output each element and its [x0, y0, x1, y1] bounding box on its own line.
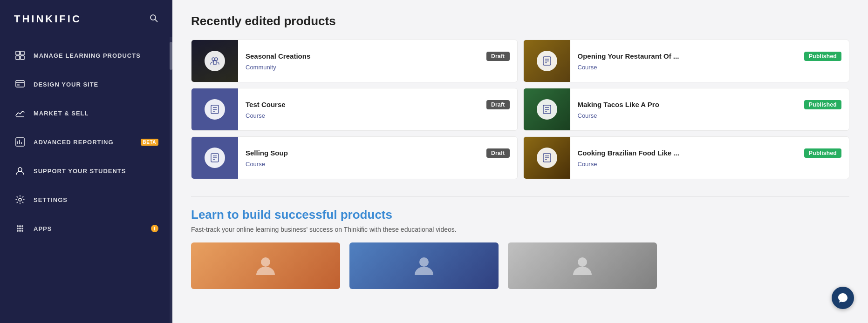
product-card-seasonal[interactable]: Seasonal Creations Draft Community	[191, 40, 518, 82]
reporting-label: ADVANCED REPORTING	[34, 139, 133, 146]
recently-edited-title: Recently edited products	[191, 14, 849, 28]
product-name-3: Test Course	[246, 101, 286, 108]
design-icon	[14, 78, 26, 90]
product-type: Community	[246, 64, 510, 71]
svg-rect-10	[16, 138, 24, 146]
course-icon-container-2	[205, 99, 225, 120]
svg-rect-3	[21, 51, 24, 55]
product-name-5: Selling Soup	[246, 149, 288, 157]
svg-point-21	[21, 228, 23, 229]
svg-point-14	[18, 168, 22, 171]
app-logo: THINKIFIC	[14, 13, 82, 25]
section-divider	[191, 196, 849, 196]
status-badge-2: Published	[804, 52, 841, 61]
manage-icon	[14, 49, 26, 61]
sidebar-navigation: MANAGE LEARNING PRODUCTS DESIGN YOUR SIT…	[0, 36, 172, 323]
scrollbar-thumb	[170, 42, 172, 70]
support-label: SUPPORT YOUR STUDENTS	[34, 168, 158, 175]
product-info-soup: Selling Soup Draft Course	[238, 142, 517, 174]
product-info-seasonal: Seasonal Creations Draft Community	[238, 45, 517, 77]
settings-icon	[14, 194, 26, 206]
svg-point-23	[19, 230, 21, 232]
product-name-2: Opening Your Restaurant Of ...	[578, 52, 679, 60]
product-thumbnail-brazilian	[524, 137, 570, 179]
product-card-tacos[interactable]: Making Tacos Like A Pro Published Course	[523, 88, 850, 131]
support-icon	[14, 165, 26, 177]
product-type-3: Course	[246, 112, 510, 119]
search-icon[interactable]	[149, 13, 158, 25]
course-icon-container-4	[205, 148, 225, 168]
svg-point-19	[17, 228, 19, 229]
learn-thumb-2[interactable]	[349, 242, 499, 289]
sidebar-item-manage[interactable]: MANAGE LEARNING PRODUCTS	[0, 41, 172, 70]
community-icon-container	[205, 51, 225, 71]
course-icon-container-5	[537, 148, 557, 168]
svg-point-26	[215, 58, 218, 61]
sidebar-item-market[interactable]: MARKET & SELL	[0, 99, 172, 128]
svg-point-47	[261, 257, 270, 267]
product-title-row: Seasonal Creations Draft	[246, 52, 510, 61]
product-title-row-2: Opening Your Restaurant Of ... Published	[578, 52, 842, 61]
apps-label: APPS	[34, 225, 144, 232]
sidebar-item-reporting[interactable]: ADVANCED REPORTING BETA	[0, 128, 172, 156]
status-badge-6: Published	[804, 148, 841, 158]
course-icon-container	[537, 51, 557, 71]
svg-rect-2	[16, 51, 20, 55]
status-badge: Draft	[486, 52, 510, 61]
market-icon	[14, 107, 26, 119]
product-title-row-6: Cooking Brazilian Food Like ... Publishe…	[578, 148, 842, 158]
svg-point-49	[578, 257, 587, 267]
svg-rect-5	[21, 56, 24, 60]
product-info-brazilian: Cooking Brazilian Food Like ... Publishe…	[570, 142, 849, 174]
product-info-tacos: Making Tacos Like A Pro Published Course	[570, 94, 849, 126]
svg-rect-6	[16, 81, 24, 87]
svg-point-24	[21, 230, 23, 232]
market-label: MARKET & SELL	[34, 110, 158, 117]
sidebar-item-design[interactable]: DESIGN YOUR SITE	[0, 70, 172, 99]
product-thumbnail-tacos	[524, 88, 570, 130]
product-title-row-3: Test Course Draft	[246, 100, 510, 109]
product-card-restaurant[interactable]: Opening Your Restaurant Of ... Published…	[523, 40, 850, 82]
learn-subtitle: Fast-track your online learning business…	[191, 226, 849, 233]
sidebar-logo: THINKIFIC	[0, 0, 172, 36]
apps-icon	[14, 222, 26, 235]
product-thumbnail-restaurant	[524, 40, 570, 82]
svg-rect-4	[16, 56, 20, 60]
svg-point-17	[19, 225, 21, 227]
sidebar-scrollbar[interactable]	[170, 37, 172, 323]
product-card-test-course[interactable]: Test Course Draft Course	[191, 88, 518, 131]
svg-point-25	[212, 58, 215, 61]
learn-title: Learn to build successful products	[191, 208, 849, 222]
product-thumbnail-test	[191, 88, 238, 130]
status-badge-4: Published	[804, 100, 841, 109]
sidebar-item-support[interactable]: SUPPORT YOUR STUDENTS	[0, 156, 172, 185]
learn-thumb-3[interactable]	[508, 242, 657, 289]
product-card-brazilian[interactable]: Cooking Brazilian Food Like ... Publishe…	[523, 136, 850, 179]
product-info-restaurant: Opening Your Restaurant Of ... Published…	[570, 45, 849, 77]
svg-point-15	[19, 198, 21, 201]
main-content: Recently edited products	[172, 0, 868, 323]
learn-thumb-1[interactable]	[191, 242, 340, 289]
info-badge: i	[151, 225, 158, 232]
svg-point-18	[21, 225, 23, 227]
manage-label: MANAGE LEARNING PRODUCTS	[34, 52, 158, 59]
product-type-2: Course	[578, 64, 842, 71]
learn-section: Learn to build successful products Fast-…	[191, 208, 849, 289]
product-type-5: Course	[246, 161, 510, 168]
sidebar-item-settings[interactable]: SETTINGS	[0, 185, 172, 214]
product-card-soup[interactable]: Selling Soup Draft Course	[191, 136, 518, 179]
learn-thumbnails	[191, 242, 849, 289]
product-type-6: Course	[578, 161, 842, 168]
reporting-icon	[14, 136, 26, 148]
sidebar-item-apps[interactable]: APPS i	[0, 214, 172, 243]
product-title-row-5: Selling Soup Draft	[246, 148, 510, 158]
product-name: Seasonal Creations	[246, 52, 310, 60]
svg-rect-8	[17, 84, 20, 86]
chat-bubble[interactable]	[832, 287, 854, 309]
design-label: DESIGN YOUR SITE	[34, 81, 158, 88]
course-icon-container-3	[537, 99, 557, 120]
beta-badge: BETA	[141, 139, 158, 146]
svg-point-20	[19, 228, 21, 229]
product-type-4: Course	[578, 112, 842, 119]
product-info-test: Test Course Draft Course	[238, 94, 517, 126]
